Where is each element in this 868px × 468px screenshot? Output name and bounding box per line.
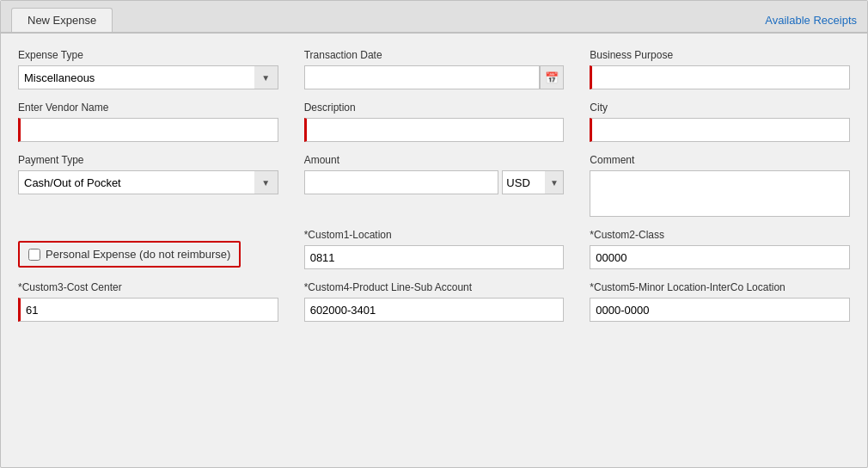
city-input[interactable]	[590, 118, 850, 142]
custom3-cost-center-input[interactable]	[18, 298, 278, 322]
vendor-name-field: Enter Vendor Name	[18, 102, 278, 142]
expense-type-field: Expense Type Miscellaneous Travel Meals …	[18, 49, 278, 89]
custom3-cost-center-label: *Custom3-Cost Center	[18, 281, 278, 293]
form-grid: Expense Type Miscellaneous Travel Meals …	[18, 49, 850, 322]
tab-new-expense[interactable]: New Expense	[11, 8, 113, 32]
amount-label: Amount	[304, 154, 565, 166]
available-receipts-link[interactable]: Available Receipts	[765, 14, 857, 32]
transaction-date-label: Transaction Date	[304, 49, 565, 61]
calendar-icon: 📅	[545, 71, 559, 84]
custom4-product-label: *Custom4-Product Line-Sub Account	[304, 281, 565, 293]
comment-textarea[interactable]	[590, 170, 850, 217]
expense-type-select[interactable]: Miscellaneous Travel Meals Other	[18, 65, 278, 89]
currency-select-wrap: USD EUR GBP CAD ▼	[502, 170, 564, 194]
business-purpose-label: Business Purpose	[590, 49, 850, 61]
custom5-minor-location-input[interactable]	[590, 298, 850, 322]
form-area: Expense Type Miscellaneous Travel Meals …	[1, 34, 867, 339]
amount-wrapper: USD EUR GBP CAD ▼	[304, 170, 565, 194]
custom2-class-field: *Custom2-Class	[590, 229, 850, 269]
comment-label: Comment	[590, 154, 850, 166]
custom2-class-input[interactable]	[590, 245, 850, 269]
custom4-product-input[interactable]	[304, 298, 565, 322]
vendor-name-input[interactable]	[18, 118, 278, 142]
tab-bar: New Expense Available Receipts	[1, 1, 867, 34]
custom1-location-label: *Custom1-Location	[304, 229, 565, 241]
business-purpose-field: Business Purpose	[590, 49, 850, 89]
payment-type-select-wrapper: Cash/Out of Pocket Corporate Card Person…	[18, 170, 278, 194]
personal-expense-checkbox-row: Personal Expense (do not reimburse)	[18, 241, 241, 268]
expense-type-select-wrapper: Miscellaneous Travel Meals Other ▼	[18, 65, 278, 89]
city-field: City	[590, 102, 850, 142]
currency-select[interactable]: USD EUR GBP CAD	[502, 170, 564, 194]
transaction-date-wrapper: 📅	[304, 65, 565, 89]
personal-expense-field: Personal Expense (do not reimburse)	[18, 229, 278, 269]
custom2-class-label: *Custom2-Class	[590, 229, 850, 241]
description-label: Description	[304, 102, 565, 114]
description-field: Description	[304, 102, 565, 142]
calendar-button[interactable]: 📅	[540, 65, 564, 89]
payment-type-select[interactable]: Cash/Out of Pocket Corporate Card Person…	[18, 170, 278, 194]
transaction-date-input[interactable]	[304, 65, 541, 89]
description-input[interactable]	[304, 118, 565, 142]
payment-type-field: Payment Type Cash/Out of Pocket Corporat…	[18, 154, 278, 217]
expense-type-label: Expense Type	[18, 49, 278, 61]
vendor-name-label: Enter Vendor Name	[18, 102, 278, 114]
business-purpose-input[interactable]	[590, 65, 850, 89]
transaction-date-field: Transaction Date 📅	[304, 49, 565, 89]
amount-field: Amount USD EUR GBP CAD ▼	[304, 154, 565, 217]
custom5-minor-location-field: *Custom5-Minor Location-InterCo Location	[590, 281, 850, 322]
personal-expense-label: Personal Expense (do not reimburse)	[46, 248, 230, 261]
payment-type-label: Payment Type	[18, 154, 278, 166]
custom1-location-field: *Custom1-Location	[304, 229, 565, 269]
city-label: City	[590, 102, 850, 114]
personal-expense-checkbox[interactable]	[28, 249, 40, 261]
custom1-location-input[interactable]	[304, 245, 565, 269]
custom5-minor-location-label: *Custom5-Minor Location-InterCo Location	[590, 281, 850, 293]
comment-field: Comment	[590, 154, 850, 217]
amount-input[interactable]	[304, 170, 499, 194]
custom4-product-field: *Custom4-Product Line-Sub Account	[304, 281, 565, 322]
expense-form-window: New Expense Available Receipts Expense T…	[0, 0, 868, 468]
custom3-cost-center-field: *Custom3-Cost Center	[18, 281, 278, 322]
